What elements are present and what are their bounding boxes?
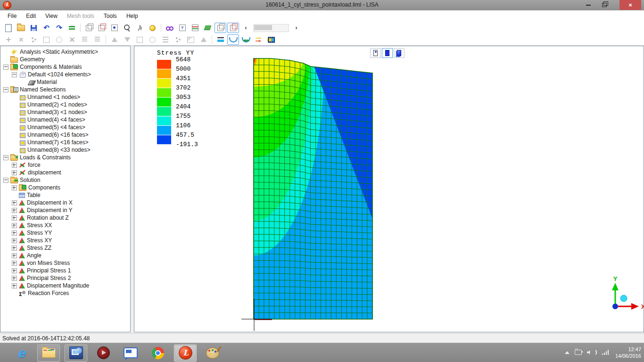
tree-expander[interactable] <box>12 163 17 168</box>
tree-item[interactable]: Stress XX <box>0 222 130 229</box>
element-axes-button[interactable] <box>96 23 107 33</box>
battery-icon[interactable] <box>575 350 582 355</box>
wireframe-cube-button[interactable] <box>83 23 95 33</box>
show-hidden-icons-icon[interactable] <box>565 351 570 354</box>
clock[interactable]: 12:47 14/06/2016 <box>615 346 641 359</box>
show-elements-button[interactable] <box>227 23 239 33</box>
internet-explorer-icon-slot[interactable]: e <box>8 344 35 362</box>
model-viewport[interactable]: YX Stress YY 564850004351370230532404175… <box>134 46 644 332</box>
new-file-button[interactable] <box>2 23 14 33</box>
tree-item[interactable]: Unnamed(7) <16 faces> <box>0 139 130 146</box>
tree-item[interactable]: Stress ZZ <box>0 244 130 252</box>
tree-item[interactable]: Analysis <Static Axisymmetric> <box>0 48 130 56</box>
tree-expander[interactable] <box>12 283 17 288</box>
redo-button[interactable]: ↷ <box>53 23 65 33</box>
tree-item[interactable]: Unnamed(5) <4 faces> <box>0 123 130 131</box>
box-select-button[interactable] <box>108 23 120 33</box>
tree-item[interactable]: Displacement in X <box>0 199 130 206</box>
messaging-app-icon-slot[interactable] <box>117 344 144 362</box>
tree-item[interactable]: Named Selections <box>0 86 130 93</box>
menu-edit[interactable]: Edit <box>21 11 41 21</box>
restore-button[interactable] <box>597 0 612 10</box>
annotate-button[interactable] <box>189 23 201 33</box>
tree-item[interactable]: Displacement in Y <box>0 206 130 214</box>
view-shaded-button[interactable] <box>394 48 405 58</box>
flat-shading-button[interactable] <box>215 34 226 45</box>
spotlight-button[interactable] <box>147 23 158 33</box>
open-file-button[interactable] <box>15 23 27 33</box>
network-app-icon-button[interactable] <box>65 345 87 362</box>
deformed-view-button[interactable] <box>253 34 264 45</box>
tree-item[interactable]: Unnamed(2) <1 nodes> <box>0 101 130 108</box>
tree-expander[interactable] <box>12 170 17 175</box>
menu-tools[interactable]: Tools <box>99 11 122 21</box>
layers-button[interactable] <box>202 23 214 33</box>
tree-item[interactable]: Unnamed <1 nodes> <box>0 93 130 101</box>
tree-expander[interactable] <box>12 268 17 273</box>
query-element-button[interactable]: ? <box>176 23 188 33</box>
zoom-button[interactable] <box>121 23 133 33</box>
timeline-scrollbar[interactable] <box>253 24 289 32</box>
tree-item[interactable]: Principal Stress 2 <box>0 274 130 282</box>
tree-item[interactable]: von Mises Stress <box>0 259 130 267</box>
tree-item[interactable]: Unnamed(4) <4 faces> <box>0 116 130 123</box>
file-explorer-icon-button[interactable] <box>37 345 60 362</box>
anaglyph-3d-button[interactable] <box>164 23 175 33</box>
media-player-icon-slot[interactable] <box>90 344 117 362</box>
tree-item[interactable]: Stress YY <box>0 229 130 237</box>
view-wireframe-button[interactable] <box>370 48 381 58</box>
tree-expander[interactable] <box>12 238 17 243</box>
tree-item[interactable]: Loads & Constraints <box>0 154 130 161</box>
tree-item[interactable]: Components <box>0 184 130 191</box>
tree-expander[interactable] <box>12 230 17 236</box>
tree-expander[interactable] <box>12 261 17 266</box>
tree-expander[interactable] <box>12 276 17 281</box>
lisa-app-icon-button[interactable] <box>174 345 197 362</box>
tree-item[interactable]: force <box>0 161 130 169</box>
view-solid-button[interactable] <box>382 48 393 58</box>
timeline-left-button[interactable]: ‹ <box>240 23 252 33</box>
tree-item[interactable]: Principal Stress 1 <box>0 267 130 274</box>
tree-expander[interactable] <box>3 65 8 70</box>
menu-file[interactable]: File <box>3 11 21 21</box>
tree-item[interactable]: Material <box>0 78 130 86</box>
tree-item[interactable]: Angle <box>0 252 130 259</box>
tree-item[interactable]: Displacement Magnitude <box>0 282 130 289</box>
solve-button[interactable] <box>66 23 78 33</box>
close-button[interactable]: × <box>619 0 641 10</box>
tree-expander[interactable] <box>12 253 17 258</box>
timeline-right-button[interactable]: › <box>290 23 302 33</box>
tree-expander[interactable] <box>12 200 17 206</box>
minimize-button[interactable] <box>582 0 595 10</box>
tree-expander[interactable] <box>3 178 8 183</box>
tree-expander[interactable] <box>12 246 17 251</box>
banded-contour-button[interactable] <box>240 34 252 45</box>
menu-help[interactable]: Help <box>122 11 143 21</box>
tree-item[interactable]: Solution <box>0 176 130 184</box>
tree-expander[interactable] <box>12 208 17 213</box>
animation-button[interactable] <box>265 34 277 45</box>
volume-icon[interactable] <box>587 349 597 356</box>
tree-item[interactable]: Geometry <box>0 56 130 63</box>
undo-button[interactable]: ↶ <box>41 23 52 33</box>
tree-expander[interactable] <box>12 223 17 228</box>
tree-expander[interactable] <box>3 155 8 160</box>
tree-item[interactable]: Components & Materials <box>0 63 130 71</box>
chrome-icon-slot[interactable] <box>144 344 172 362</box>
tree-expander[interactable] <box>12 72 17 77</box>
smooth-contour-button[interactable] <box>227 34 239 45</box>
tree-item[interactable]: Reaction Forces <box>0 289 130 297</box>
walk-view-button[interactable] <box>134 23 146 33</box>
tree-item[interactable]: Table <box>0 191 130 199</box>
paint-icon-slot[interactable] <box>199 344 226 362</box>
tree-item[interactable]: Stress XY <box>0 237 130 244</box>
tree-item[interactable]: Unnamed(8) <33 nodes> <box>0 146 130 154</box>
show-surface-button[interactable] <box>215 23 226 33</box>
save-button[interactable] <box>28 23 40 33</box>
tree-item[interactable]: Unnamed(3) <1 nodes> <box>0 108 130 116</box>
network-signal-icon[interactable] <box>602 350 609 355</box>
tree-expander[interactable] <box>3 87 8 92</box>
tree-item[interactable]: Default <1024 elements> <box>0 71 130 78</box>
tree-expander[interactable] <box>12 215 17 221</box>
tree-item[interactable]: Rotation about Z <box>0 214 130 222</box>
